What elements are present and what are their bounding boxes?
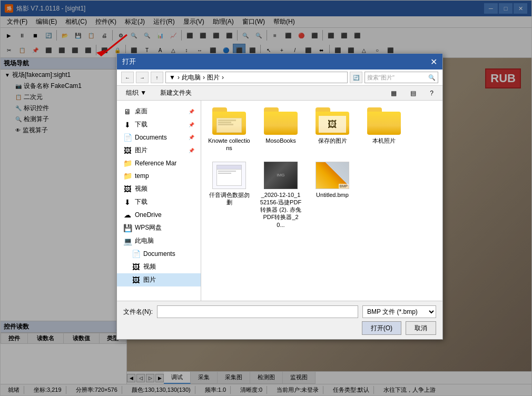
folder-icon-refmar: 📁	[123, 159, 132, 167]
pictures-icon-2: 🖼	[132, 276, 140, 284]
documents-icon-1: 📄	[123, 133, 132, 142]
file-item-saved-pics[interactable]: 🖼 保存的图片	[309, 105, 356, 155]
download-icon-1: ⬇	[123, 121, 132, 129]
open-button[interactable]: 打开(O)	[362, 321, 401, 335]
open-dialog: 打开 ✕ ← → ↑ ▼ › 此电脑 › 图片 › 🔄 搜索"图片"	[116, 53, 443, 340]
folder-icon-knowte	[212, 107, 246, 135]
nav-label-thispc: 此电脑	[135, 236, 154, 245]
nav-label-downloads-1: 下载	[135, 120, 147, 129]
nav-temp[interactable]: 📁 temp	[117, 170, 201, 182]
addr-pics[interactable]: 图片	[207, 73, 220, 82]
download-icon-2: ⬇	[123, 198, 132, 206]
file-item-untitled-bmp[interactable]: BMP Untitled.bmp	[309, 159, 356, 231]
nav-label-documents-1: Documents	[135, 134, 167, 141]
nav-this-pc[interactable]: 💻 此电脑	[117, 234, 201, 247]
nav-documents-1[interactable]: 📄 Documents 📌	[117, 131, 201, 144]
organize-button[interactable]: 组织 ▼	[121, 87, 151, 99]
file-label-mosobooks: MosoBooks	[265, 137, 295, 144]
nav-label-temp: temp	[135, 172, 149, 180]
file-item-local-photos[interactable]: 本机照片	[360, 105, 408, 155]
dialog-close-button[interactable]: ✕	[430, 57, 437, 67]
nav-reference-mar[interactable]: 📁 Reference Mar	[117, 157, 201, 170]
folder-icon-temp: 📁	[123, 172, 132, 180]
file-icon-2020: IMG	[264, 162, 298, 189]
filetype-select[interactable]: BMP 文件 (*.bmp)	[362, 305, 436, 318]
desktop-icon: 🖥	[123, 107, 132, 116]
address-path: ▼ › 此电脑 › 图片 ›	[165, 72, 348, 83]
videos-icon-2: 🖼	[132, 263, 140, 271]
nav-label-pictures-2: 图片	[143, 275, 156, 284]
footer-filename-row: 文件名(N): BMP 文件 (*.bmp)	[123, 305, 436, 318]
nav-label-videos-2: 视频	[143, 262, 156, 271]
filename-label: 文件名(N):	[123, 308, 153, 316]
footer-buttons: 打开(O) 取消	[123, 321, 436, 335]
videos-icon-1: 🖼	[123, 185, 132, 193]
file-item-2020[interactable]: IMG _2020-12-10_152156-迅捷PDF转换器 (2). 赤兔P…	[257, 159, 304, 231]
addr-pc[interactable]: 此电脑	[182, 73, 201, 82]
addr-refresh-button[interactable]: 🔄	[350, 72, 362, 83]
onedrive-icon: ☁	[123, 211, 132, 219]
nav-label-wps: WPS网盘	[135, 223, 162, 232]
filename-input[interactable]	[157, 305, 358, 318]
nav-pin-doc1: 📌	[189, 135, 194, 140]
file-label-savedpics: 保存的图片	[318, 137, 347, 144]
file-label-localphotos: 本机照片	[372, 137, 396, 144]
search-icon: 🔍	[428, 74, 436, 81]
file-label-qianyin: 仟音调色数据勿删	[208, 191, 250, 206]
nav-desktop[interactable]: 🖥 桌面 📌	[117, 105, 201, 118]
file-label-2020: _2020-12-10_152156-迅捷PDF转换器 (2). 赤兔PDF转换…	[260, 191, 302, 229]
nav-pin-dl1: 📌	[189, 122, 194, 127]
nav-label-videos-1: 视频	[135, 184, 147, 193]
nav-label-pictures-1: 图片	[135, 146, 147, 155]
nav-pictures-2[interactable]: 🖼 图片	[117, 273, 201, 286]
new-folder-button[interactable]: 新建文件夹	[155, 87, 196, 99]
file-icon-qianyin	[212, 162, 246, 189]
file-label-knowte: Knowte collections	[208, 137, 250, 152]
file-icon-untitled-bmp: BMP	[316, 162, 349, 189]
nav-videos-1[interactable]: 🖼 视频	[117, 182, 201, 195]
addr-back-button[interactable]: ←	[121, 72, 134, 83]
addr-up-button[interactable]: ↑	[151, 72, 163, 83]
addr-segment-0: ▼	[169, 74, 175, 81]
file-item-mosobooks[interactable]: MosoBooks	[257, 105, 304, 155]
addr-forward-button[interactable]: →	[136, 72, 149, 83]
nav-onedrive[interactable]: ☁ OneDrive	[117, 209, 201, 221]
folder-icon-localphotos	[367, 107, 401, 135]
address-search[interactable]: 搜索"图片" 🔍	[364, 72, 438, 83]
folder-icon-savedpics: 🖼	[316, 107, 349, 135]
addr-sep-2: ›	[222, 74, 224, 81]
dialog-nav: 🖥 桌面 📌 ⬇ 下载 📌 📄 Documents 📌	[117, 101, 201, 301]
dialog-overlay: 打开 ✕ ← → ↑ ▼ › 此电脑 › 图片 › 🔄 搜索"图片"	[1, 1, 531, 395]
nav-downloads-1[interactable]: ⬇ 下载 📌	[117, 118, 201, 131]
file-item-qianyin[interactable]: 仟音调色数据勿删	[205, 159, 253, 231]
nav-downloads-2[interactable]: ⬇ 下载	[117, 195, 201, 209]
nav-label-documents-2: Documents	[143, 250, 175, 258]
dialog-title-text: 打开	[122, 57, 136, 66]
dialog-address-bar: ← → ↑ ▼ › 此电脑 › 图片 › 🔄 搜索"图片" 🔍	[117, 70, 442, 86]
folder-icon-mosobooks	[264, 107, 298, 135]
file-grid: Knowte collections MosoBooks	[205, 105, 438, 231]
wps-icon: 💾	[123, 224, 132, 232]
dialog-toolbar: 组织 ▼ 新建文件夹 ▦ ▤ ?	[117, 86, 442, 101]
file-item-knowte[interactable]: Knowte collections	[205, 105, 253, 155]
nav-pin-desktop: 📌	[189, 109, 194, 114]
view-large-icon[interactable]: ▦	[386, 87, 401, 99]
view-list-icon[interactable]: ▤	[406, 87, 421, 99]
cancel-button[interactable]: 取消	[406, 321, 436, 335]
dialog-files: Knowte collections MosoBooks	[201, 101, 442, 301]
nav-videos-2[interactable]: 🖼 视频	[117, 260, 201, 273]
search-placeholder: 搜索"图片"	[367, 74, 395, 82]
dialog-title-bar: 打开 ✕	[117, 54, 442, 70]
nav-pin-pic1: 📌	[189, 148, 194, 153]
dialog-footer: 文件名(N): BMP 文件 (*.bmp) 打开(O) 取消	[117, 301, 442, 339]
view-help-icon[interactable]: ?	[425, 87, 438, 99]
addr-sep-0: ›	[178, 74, 180, 81]
nav-pictures-1[interactable]: 🖼 图片 📌	[117, 144, 201, 157]
dialog-body: 🖥 桌面 📌 ⬇ 下载 📌 📄 Documents 📌	[117, 101, 442, 301]
nav-label-desktop: 桌面	[135, 107, 147, 116]
documents-icon-2: 📄	[132, 250, 140, 258]
nav-label-downloads-2: 下载	[135, 197, 147, 206]
nav-wps[interactable]: 💾 WPS网盘	[117, 221, 201, 234]
thispc-icon: 💻	[123, 237, 132, 245]
nav-documents-2[interactable]: 📄 Documents	[117, 247, 201, 260]
